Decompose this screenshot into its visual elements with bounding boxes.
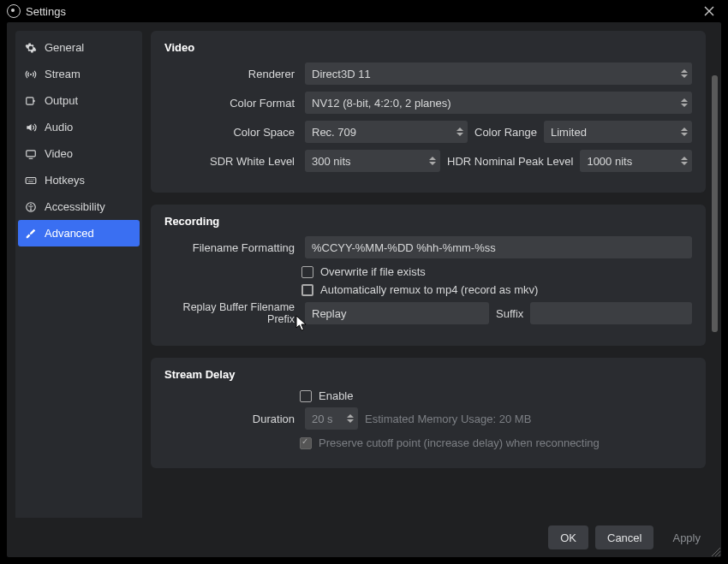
sidebar-item-video[interactable]: Video (15, 140, 142, 167)
panel-title: Recording (164, 215, 692, 228)
svg-rect-1 (27, 97, 33, 104)
svg-point-0 (30, 73, 32, 74)
sidebar-item-audio[interactable]: Audio (15, 114, 142, 140)
spinner-icon (678, 64, 690, 83)
panel-recording: Recording Filename Formatting %CCYY-%MM-… (151, 205, 706, 346)
apply-button[interactable]: Apply (660, 525, 713, 549)
duration-label: Duration (164, 413, 298, 425)
spinner-icon (678, 93, 690, 112)
sidebar-item-label: Hotkeys (45, 174, 85, 187)
accessibility-icon (24, 201, 38, 213)
color-space-select[interactable]: Rec. 709 (305, 121, 468, 143)
enable-checkbox-row[interactable]: Enable (300, 389, 692, 402)
sidebar-item-label: Accessibility (45, 200, 105, 213)
remux-label: Automatically remux to mp4 (record as mk… (320, 283, 538, 296)
sidebar-item-stream[interactable]: Stream (15, 61, 142, 87)
spinner-icon (678, 151, 690, 170)
resize-grip-icon[interactable] (709, 545, 721, 557)
renderer-select[interactable]: Direct3D 11 (305, 62, 692, 85)
hdr-peak-stepper[interactable]: 1000 nits (580, 150, 692, 172)
spinner-icon (454, 122, 466, 141)
sidebar-item-label: Stream (45, 68, 81, 80)
remux-checkbox-row[interactable]: Automatically remux to mp4 (record as mk… (301, 283, 692, 296)
checkbox-unchecked-icon (301, 284, 313, 296)
sidebar-item-hotkeys[interactable]: Hotkeys (15, 167, 142, 193)
panel-title: Video (164, 41, 692, 54)
sidebar: General Stream Output Audio (15, 31, 142, 518)
color-format-label: Color Format (164, 97, 298, 110)
monitor-icon (24, 148, 38, 160)
sidebar-item-advanced[interactable]: Advanced (18, 220, 140, 246)
scrollbar-thumb[interactable] (712, 75, 718, 332)
main-content: Video Renderer Direct3D 11 Color Format … (151, 31, 719, 518)
app-icon (7, 4, 21, 18)
window-close-button[interactable] (697, 3, 721, 20)
color-range-label: Color Range (474, 126, 537, 139)
overwrite-label: Overwrite if file exists (320, 265, 426, 278)
sdr-white-stepper[interactable]: 300 nits (305, 150, 440, 172)
spinner-icon (344, 409, 356, 428)
panel-title: Stream Delay (164, 368, 692, 381)
spinner-icon (427, 151, 439, 170)
close-icon (704, 6, 714, 16)
ok-button[interactable]: OK (548, 525, 588, 549)
titlebar: Settings (0, 0, 728, 22)
sidebar-item-general[interactable]: General (15, 34, 142, 61)
sidebar-item-label: Advanced (45, 227, 94, 240)
spinner-icon (678, 122, 690, 141)
hdr-peak-label: HDR Nominal Peak Level (447, 155, 573, 168)
suffix-input[interactable] (530, 302, 692, 324)
checkbox-checked-icon (300, 437, 312, 449)
preserve-checkbox-row: Preserve cutoff point (increase delay) w… (300, 436, 692, 449)
replay-prefix-input[interactable]: Replay (305, 302, 489, 324)
color-format-select[interactable]: NV12 (8-bit, 4:2:0, 2 planes) (305, 92, 692, 114)
tools-icon (24, 228, 38, 240)
svg-rect-3 (26, 177, 36, 183)
duration-stepper: 20 s (305, 407, 358, 430)
sidebar-item-output[interactable]: Output (15, 87, 142, 114)
svg-rect-2 (27, 150, 36, 156)
suffix-label: Suffix (496, 307, 523, 320)
enable-label: Enable (319, 389, 353, 402)
sidebar-item-accessibility[interactable]: Accessibility (15, 193, 142, 220)
svg-point-5 (30, 204, 32, 205)
color-range-select[interactable]: Limited (544, 121, 692, 143)
renderer-label: Renderer (164, 68, 298, 80)
color-space-label: Color Space (164, 126, 298, 139)
checkbox-unchecked-icon (301, 266, 313, 278)
footer: OK Cancel Apply (7, 518, 721, 557)
window-title: Settings (26, 5, 66, 18)
overwrite-checkbox-row[interactable]: Overwrite if file exists (301, 265, 692, 278)
cancel-button[interactable]: Cancel (595, 525, 653, 549)
sidebar-item-label: General (45, 41, 84, 54)
checkbox-unchecked-icon (300, 390, 312, 402)
gear-icon (24, 42, 38, 54)
output-icon (24, 95, 38, 107)
sidebar-item-label: Video (45, 147, 73, 160)
filename-formatting-label: Filename Formatting (164, 241, 298, 254)
replay-prefix-label: Replay Buffer Filename Prefix (164, 301, 298, 325)
sidebar-item-label: Output (45, 94, 78, 107)
sidebar-item-label: Audio (45, 121, 73, 134)
keyboard-icon (24, 175, 38, 187)
antenna-icon (24, 68, 38, 80)
memory-usage-label: Estimated Memory Usage: 20 MB (365, 413, 531, 425)
preserve-label: Preserve cutoff point (increase delay) w… (319, 436, 600, 449)
sdr-white-label: SDR White Level (164, 155, 298, 168)
speaker-icon (24, 122, 38, 134)
panel-video: Video Renderer Direct3D 11 Color Format … (151, 31, 706, 193)
panel-stream-delay: Stream Delay Enable Duration 20 s Estima… (151, 358, 706, 468)
filename-formatting-input[interactable]: %CCYY-%MM-%DD %hh-%mm-%ss (305, 236, 692, 258)
